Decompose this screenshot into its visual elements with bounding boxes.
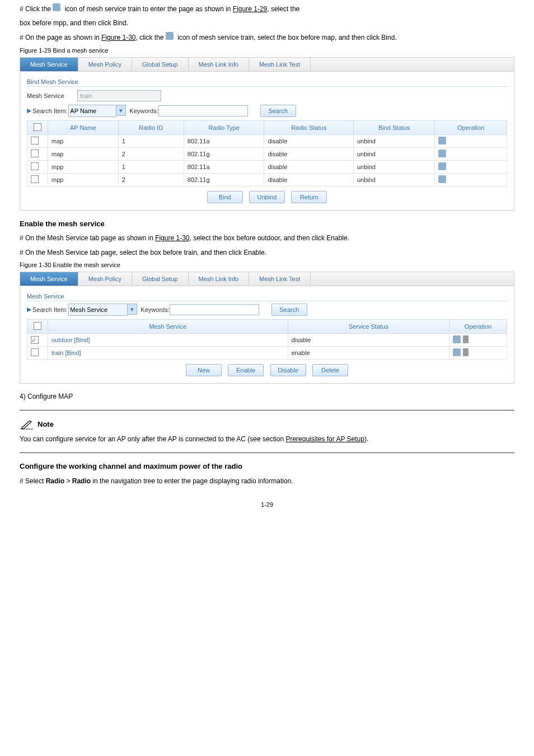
table-row: outdoor [Bind]disable — [27, 333, 507, 346]
return-button[interactable]: Return — [291, 191, 327, 203]
text: # On the page as shown in — [20, 34, 101, 41]
text: box before mpp, and then click Bind. — [20, 18, 514, 29]
label: Keywords: — [140, 306, 169, 313]
search-item-select[interactable] — [68, 304, 128, 316]
checkbox[interactable] — [31, 150, 39, 157]
mesh-link[interactable]: outdoor [Bind] — [51, 337, 90, 343]
op-icon[interactable] — [438, 150, 446, 157]
tab-global-setup[interactable]: Global Setup — [132, 272, 189, 286]
tabs: Mesh Service Mesh Policy Global Setup Me… — [20, 272, 514, 286]
heading: Configure the working channel and maximu… — [20, 461, 514, 473]
table-row: mpp1802.11adisableunbind — [27, 160, 507, 173]
text: , select the box before outdoor, and the… — [190, 234, 350, 242]
bind-button[interactable]: Bind — [207, 191, 243, 203]
text: # Select — [20, 477, 46, 485]
chevron-down-icon[interactable]: ▾ — [116, 105, 126, 116]
new-button[interactable]: New — [186, 364, 222, 376]
unbind-button[interactable]: Unbind — [249, 191, 285, 203]
op-icon[interactable] — [438, 137, 446, 144]
enable-button[interactable]: Enable — [228, 364, 264, 376]
checkbox[interactable] — [31, 137, 39, 144]
note-label: Note — [38, 420, 54, 428]
checkbox-all[interactable] — [34, 322, 41, 330]
link-prereq[interactable]: Prerequisites for AP Setup — [285, 435, 364, 443]
label: Search Item: — [32, 108, 67, 114]
search-item-select[interactable] — [68, 105, 116, 117]
keywords-input[interactable] — [170, 304, 259, 315]
col-ap: AP Name — [48, 120, 119, 134]
bind-mesh-screenshot: Mesh Service Mesh Policy Global Setup Me… — [20, 57, 514, 211]
table-row: map2802.11gdisableunbind — [27, 147, 507, 160]
tab-mesh-policy[interactable]: Mesh Policy — [78, 58, 132, 71]
link-fig30-b[interactable]: Figure 1-30 — [155, 234, 189, 242]
tab-mesh-service[interactable]: Mesh Service — [20, 272, 78, 286]
section-title: Mesh Service — [27, 293, 514, 300]
checkbox[interactable] — [31, 348, 39, 356]
op-icon[interactable] — [438, 162, 446, 170]
label: Mesh Service — [27, 92, 77, 99]
trash-icon[interactable] — [463, 348, 469, 356]
tab-mesh-service[interactable]: Mesh Service — [20, 58, 78, 71]
text: Radio — [72, 477, 91, 485]
tab-mesh-link-info[interactable]: Mesh Link Info — [189, 272, 250, 286]
trash-icon[interactable] — [463, 335, 469, 343]
table-row: train [Bind]enable — [27, 346, 507, 359]
disable-button[interactable]: Disable — [270, 364, 306, 376]
col-op: Operation — [449, 319, 507, 333]
tab-global-setup[interactable]: Global Setup — [132, 58, 189, 71]
arrow-icon: ▶ — [27, 306, 31, 313]
rule — [20, 452, 514, 453]
figure-caption: Figure 1-30 Enable the mesh service — [20, 262, 514, 268]
col-rt: Radio Type — [184, 120, 264, 134]
section-title: Bind Mesh Service — [27, 78, 514, 85]
mesh-service-screenshot: Mesh Service Mesh Policy Global Setup Me… — [20, 272, 514, 384]
tab-mesh-link-test[interactable]: Mesh Link Test — [249, 58, 311, 71]
delete-button[interactable]: Delete — [312, 364, 348, 376]
table-row: mpp2802.11gdisableunbind — [27, 173, 507, 186]
text: icon of mesh service train to enter the … — [63, 5, 233, 13]
text: # Click the — [20, 5, 53, 13]
rule — [20, 410, 514, 410]
heading: Enable the mesh service — [20, 218, 514, 230]
op-icon[interactable] — [453, 335, 461, 343]
chevron-down-icon[interactable]: ▾ — [128, 304, 137, 315]
col-rs: Radio Status — [264, 120, 353, 134]
checkbox[interactable] — [31, 175, 39, 183]
search-button[interactable]: Search — [260, 105, 296, 117]
radios-table: AP Name Radio ID Radio Type Radio Status… — [27, 120, 507, 186]
text: ). — [364, 435, 368, 443]
services-table: Mesh Service Service Status Operation ou… — [27, 319, 507, 360]
tab-mesh-link-info[interactable]: Mesh Link Info — [189, 58, 250, 71]
op-icon[interactable] — [453, 348, 461, 356]
tab-mesh-link-test[interactable]: Mesh Link Test — [249, 272, 311, 286]
col-rid: Radio ID — [118, 120, 184, 134]
search-button[interactable]: Search — [271, 304, 307, 316]
op-icon[interactable] — [438, 175, 446, 183]
arrow-icon: ▶ — [27, 107, 31, 114]
link-fig30[interactable]: Figure 1-30 — [101, 34, 135, 41]
step-heading: 4) Configure MAP — [20, 391, 514, 402]
mesh-link[interactable]: train [Bind] — [51, 349, 81, 356]
col-bs: Bind Status — [353, 120, 434, 134]
note-icon — [20, 418, 34, 431]
checkbox-all[interactable] — [34, 123, 41, 131]
tab-mesh-policy[interactable]: Mesh Policy — [78, 272, 132, 286]
label: Keywords: — [129, 108, 158, 114]
keywords-input[interactable] — [158, 105, 248, 116]
figure-caption: Figure 1-29 Bind a mesh service — [20, 47, 514, 54]
table-row: map1802.11adisableunbind — [27, 134, 507, 147]
checkbox[interactable] — [31, 336, 39, 344]
text: icon of mesh service train, select the b… — [176, 34, 397, 41]
text: in the navigation tree to enter the page… — [91, 477, 293, 485]
checkbox[interactable] — [31, 162, 39, 170]
col-op: Operation — [435, 120, 507, 134]
text: # On the Mesh Service tab page as shown … — [20, 234, 155, 242]
inline-op-icon — [166, 32, 174, 40]
inline-op-icon — [53, 3, 60, 11]
text: , select the — [267, 5, 299, 13]
col-mesh-service: Mesh Service — [48, 319, 288, 333]
link-fig29[interactable]: Figure 1-29 — [233, 5, 267, 13]
mesh-service-input[interactable] — [77, 90, 161, 101]
text: > — [64, 477, 72, 485]
text: # On the Mesh Service tab page, select t… — [20, 248, 514, 258]
